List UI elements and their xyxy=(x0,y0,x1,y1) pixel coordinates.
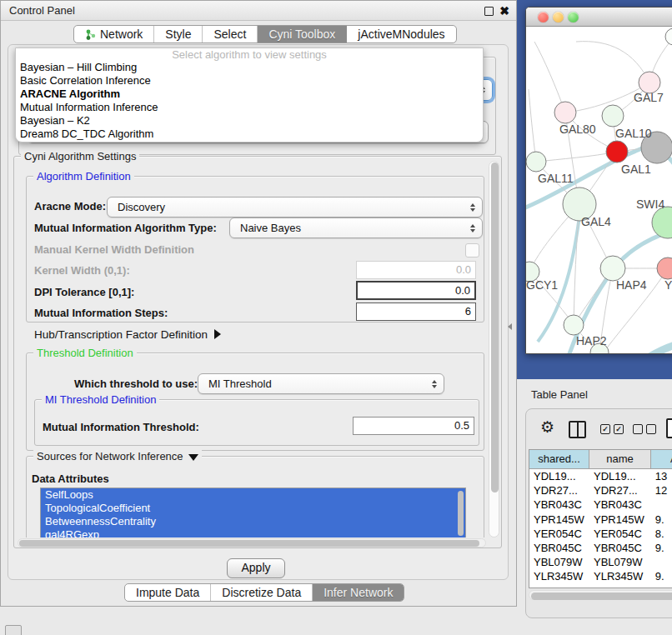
table-row[interactable]: YDL19...YDL19...13 xyxy=(529,469,672,483)
control-panel-titlebar: Control Panel ✖ xyxy=(1,1,516,21)
hub-definition-label: Hub/Transcription Factor Definition xyxy=(34,328,208,341)
float-window-icon[interactable] xyxy=(484,7,494,16)
aracne-mode-combo[interactable]: Discovery xyxy=(107,197,483,218)
tab-style[interactable]: Style xyxy=(154,26,203,42)
tab-select[interactable]: Select xyxy=(203,26,258,42)
table-row[interactable]: YBR043CYBR043C xyxy=(529,498,672,512)
which-threshold-combo[interactable]: MI Threshold xyxy=(198,373,444,394)
attribute-item-topologicalcoefficient[interactable]: TopologicalCoefficient xyxy=(41,502,465,515)
sources-title-text: Sources for Network Inference xyxy=(37,450,183,462)
tab-network[interactable]: Network xyxy=(74,26,154,42)
panel-collapse-arrow-icon[interactable] xyxy=(508,323,512,330)
settings-horizontal-scrollbar[interactable] xyxy=(18,538,486,548)
algorithm-option-aracne-algorithm[interactable]: ARACNE Algorithm xyxy=(16,88,483,101)
network-canvas[interactable]: GAL7GAL80GAL10GAL1GAL11GAL4SWI4GCY1HAP4Y… xyxy=(526,27,672,354)
graph-node-gal10[interactable] xyxy=(602,105,624,127)
table-cell: 9. xyxy=(651,512,672,527)
mi-steps-input[interactable]: 6 xyxy=(356,302,476,321)
tab-cyni-toolbox[interactable]: Cyni Toolbox xyxy=(258,26,347,42)
column-view-icon[interactable] xyxy=(569,421,586,438)
algorithm-option-dream8-dc-tdc-algorithm[interactable]: Dream8 DC_TDC Algorithm xyxy=(16,128,483,141)
algorithm-option-bayesian-hill-climbing[interactable]: Bayesian – Hill Climbing xyxy=(16,61,483,74)
tab-impute-data[interactable]: Impute Data xyxy=(125,584,211,601)
dpi-tolerance-input[interactable]: 0.0 xyxy=(356,281,476,300)
graph-edge xyxy=(576,42,649,82)
network-icon xyxy=(85,29,96,40)
manual-kernel-checkbox[interactable] xyxy=(465,243,479,258)
close-icon[interactable]: ✖ xyxy=(499,2,509,20)
table-hscroll-thumb[interactable] xyxy=(531,592,672,600)
table-row[interactable]: YDR27...YDR27...12 xyxy=(529,483,672,498)
mi-threshold-input[interactable]: 0.5 xyxy=(353,417,474,435)
mi-type-combo[interactable]: Naive Bayes xyxy=(229,218,483,238)
attribute-item-selfloops[interactable]: SelfLoops xyxy=(41,488,465,502)
mac-zoom-icon[interactable] xyxy=(568,12,579,22)
minimized-panel-button[interactable] xyxy=(5,625,22,635)
column-header-shared[interactable]: shared... xyxy=(529,450,589,468)
popup-item-list: Bayesian – Hill ClimbingBasic Correlatio… xyxy=(16,61,483,141)
kernel-width-input[interactable]: 0.0 xyxy=(356,261,476,279)
node-label-hap4: HAP4 xyxy=(616,278,647,292)
graph-edge xyxy=(534,42,565,112)
graph-node-hap4[interactable] xyxy=(600,256,625,281)
column-header-a[interactable]: A xyxy=(651,450,672,468)
column-header-name[interactable]: name xyxy=(589,450,651,468)
table-cell: YBR043C xyxy=(529,498,589,512)
table-cell: 13 xyxy=(651,469,672,483)
table-row[interactable]: YLR345WYLR345W9. xyxy=(529,569,672,583)
mac-minimize-icon[interactable] xyxy=(553,12,564,22)
table-row[interactable]: YPR145WYPR145W9. xyxy=(529,512,672,527)
node-label-swi4: SWI4 xyxy=(636,198,664,211)
table-cell: YBL079W xyxy=(529,555,589,569)
gear-icon[interactable]: ⚙ xyxy=(540,418,554,437)
graph-node-hap2[interactable] xyxy=(564,315,584,335)
algorithm-option-bayesian-k2[interactable]: Bayesian – K2 xyxy=(16,114,483,128)
tab-discretize-data[interactable]: Discretize Data xyxy=(211,584,313,601)
node-label-gal1: GAL1 xyxy=(621,162,651,176)
table-row[interactable]: YBR045CYBR045C9. xyxy=(529,541,672,555)
table-horizontal-scrollbar[interactable] xyxy=(529,590,672,600)
graph-node-swi4[interactable] xyxy=(652,207,672,238)
tab-infer-network[interactable]: Infer Network xyxy=(313,584,404,601)
settings-vscroll-thumb[interactable] xyxy=(491,162,499,492)
table-cell xyxy=(651,498,672,512)
graph-node-gal80[interactable] xyxy=(554,102,576,123)
which-threshold-value: MI Threshold xyxy=(208,378,272,390)
mi-threshold-definition-title: MI Threshold Definition xyxy=(42,393,159,406)
select-all-columns-icon[interactable]: ✓✓ xyxy=(600,424,624,434)
graph-node[interactable] xyxy=(665,28,672,45)
table-row[interactable]: YIL052CYIL052C9 xyxy=(529,584,672,589)
table-cell: 9 xyxy=(651,584,672,589)
document-icon[interactable] xyxy=(666,418,672,438)
mi-steps-label: Mutual Information Steps: xyxy=(34,307,168,319)
settings-vertical-scrollbar[interactable] xyxy=(489,161,499,538)
hub-definition-toggle[interactable]: Hub/Transcription Factor Definition xyxy=(34,328,221,341)
settings-hscroll-thumb[interactable] xyxy=(19,540,479,547)
network-view-window: GAL7GAL80GAL10GAL1GAL11GAL4SWI4GCY1HAP4Y… xyxy=(525,7,672,354)
control-panel-title: Control Panel xyxy=(9,1,75,20)
attribute-item-gal4rgexp[interactable]: gal4RGexp xyxy=(41,528,465,538)
table-cell: YDL19... xyxy=(589,469,651,483)
deselect-all-columns-icon[interactable] xyxy=(633,424,656,434)
data-attributes-list[interactable]: SelfLoopsTopologicalCoefficientBetweenne… xyxy=(40,488,466,538)
apply-button[interactable]: Apply xyxy=(227,558,285,578)
list-scrollbar[interactable] xyxy=(458,491,464,536)
graph-node-y[interactable] xyxy=(657,258,672,279)
table-cell: 9. xyxy=(651,569,672,583)
attribute-item-betweennesscentrality[interactable]: BetweennessCentrality xyxy=(41,515,465,528)
table-cell: YPR145W xyxy=(589,512,651,527)
table-cell: YBR045C xyxy=(529,541,589,555)
tab-jactivemnodules[interactable]: jActiveMNodules xyxy=(347,26,455,42)
mac-close-icon[interactable] xyxy=(538,12,549,22)
sources-group-title: Sources for Network Inference xyxy=(33,450,202,462)
graph-node-gal11[interactable] xyxy=(526,152,546,172)
table-row[interactable]: YER054CYER054C8. xyxy=(529,527,672,541)
table-row[interactable]: YBL079WYBL079W xyxy=(529,555,672,569)
control-panel-tabbar: NetworkStyleSelectCyni ToolboxjActiveMNo… xyxy=(73,25,457,43)
algorithm-option-mutual-information-inference[interactable]: Mutual Information Inference xyxy=(16,101,483,114)
graph-node-gal1[interactable] xyxy=(606,141,628,162)
chevron-right-icon xyxy=(214,329,221,339)
algorithm-definition-title: Algorithm Definition xyxy=(33,170,134,182)
algorithm-option-basic-correlation-inference[interactable]: Basic Correlation Inference xyxy=(16,74,483,88)
manual-kernel-label: Manual Kernel Width Definition xyxy=(34,243,194,256)
